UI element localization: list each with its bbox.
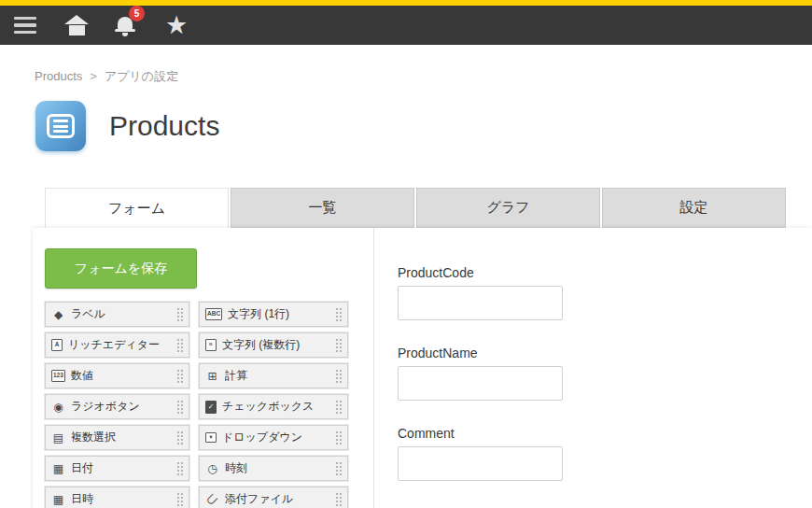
palette-item[interactable]: ✓ チェックボックス	[199, 394, 348, 419]
palette-item-label: 文字列 (1行)	[228, 306, 335, 322]
tab[interactable]: 一覧	[231, 188, 414, 228]
palette-item-label: ラベル	[71, 306, 176, 322]
preview-field-label: Comment	[398, 426, 812, 441]
drag-handle-icon[interactable]	[176, 400, 184, 415]
tab-label: グラフ	[486, 199, 529, 217]
drag-handle-icon[interactable]	[176, 461, 184, 476]
drag-handle-icon[interactable]	[335, 492, 343, 507]
preview-field-input[interactable]	[398, 286, 563, 320]
drag-handle-icon[interactable]	[176, 338, 184, 353]
single-line-text-icon: ABC	[205, 308, 222, 320]
top-nav: 5 ★	[0, 6, 812, 45]
palette-item-label: チェックボックス	[222, 399, 335, 415]
checkbox-icon: ✓	[205, 401, 217, 414]
palette-column-2: ABC 文字列 (1行) ≡ 文字列 (複数行) ⊞ 計算	[199, 302, 348, 508]
form-preview: ProductCode ProductName Comment	[373, 228, 812, 508]
calendar-icon: ▦	[51, 463, 65, 474]
preview-field[interactable]: ProductName	[398, 346, 812, 401]
tag-icon: ◆	[51, 309, 65, 320]
radio-icon: ◉	[51, 402, 65, 413]
preview-field-label: ProductCode	[398, 265, 812, 280]
breadcrumb-app-link[interactable]: Products	[35, 69, 82, 83]
palette-item-label: 日時	[71, 491, 176, 507]
tab-label: 設定	[680, 199, 708, 217]
palette-item-label: ラジオボタン	[71, 399, 176, 415]
palette-item[interactable]: A リッチエディター	[45, 332, 189, 358]
app-header: Products	[35, 100, 812, 152]
palette-item-label: ドロップダウン	[222, 430, 335, 445]
tab[interactable]: グラフ	[416, 188, 600, 228]
app-icon	[35, 101, 86, 151]
preview-field[interactable]: Comment	[398, 426, 812, 481]
tab-bar: フォーム 一覧 グラフ 設定	[45, 188, 812, 228]
drag-handle-icon[interactable]	[176, 492, 184, 507]
attachment-icon: ⋃	[203, 490, 220, 507]
calc-icon: ⊞	[205, 371, 219, 382]
home-icon[interactable]	[63, 13, 90, 37]
palette-item-label: 時刻	[225, 460, 335, 476]
palette-item-label: 添付ファイル	[225, 491, 335, 507]
drag-handle-icon[interactable]	[176, 430, 184, 445]
tab[interactable]: フォーム	[45, 188, 229, 228]
tab[interactable]: 設定	[602, 188, 786, 228]
drag-handle-icon[interactable]	[335, 461, 343, 476]
drag-handle-icon[interactable]	[176, 369, 184, 384]
preview-field-label: ProductName	[398, 346, 812, 360]
tab-label: 一覧	[309, 199, 337, 217]
palette-columns: ◆ ラベル A リッチエディター 123 数値	[45, 302, 373, 508]
palette-item-label: 数値	[71, 368, 176, 384]
preview-field[interactable]: ProductCode	[398, 265, 812, 320]
palette-item[interactable]: ▼ ドロップダウン	[199, 425, 348, 450]
multiselect-icon: ▤	[51, 432, 65, 444]
palette-item-label: 複数選択	[71, 430, 176, 445]
palette-item[interactable]: ⋃ 添付ファイル	[199, 487, 348, 508]
dropdown-icon: ▼	[205, 432, 217, 444]
drag-handle-icon[interactable]	[335, 430, 343, 445]
notifications-bell-icon[interactable]: 5	[114, 12, 138, 38]
drag-handle-icon[interactable]	[176, 307, 184, 322]
save-form-button[interactable]: フォームを保存	[45, 248, 197, 289]
richtext-icon: A	[51, 339, 63, 351]
palette-item-label: 日付	[71, 460, 176, 476]
page-title: Products	[109, 110, 219, 142]
notification-badge: 5	[129, 6, 145, 21]
list-glyph-icon	[47, 114, 75, 138]
tab-label: フォーム	[108, 200, 165, 218]
drag-handle-icon[interactable]	[335, 307, 343, 322]
palette-column-1: ◆ ラベル A リッチエディター 123 数値	[45, 302, 189, 508]
drag-handle-icon[interactable]	[335, 369, 343, 384]
palette-item[interactable]: ⊞ 計算	[199, 363, 348, 388]
palette-item-label: 計算	[225, 368, 335, 384]
palette-item[interactable]: ▦ 日付	[45, 456, 189, 481]
palette-item[interactable]: ◉ ラジオボタン	[45, 394, 189, 419]
palette-item[interactable]: 123 数値	[45, 363, 189, 388]
preview-field-input[interactable]	[398, 366, 563, 401]
palette-item[interactable]: ▦ 日時	[45, 487, 189, 508]
multi-line-text-icon: ≡	[205, 339, 217, 351]
datetime-icon: ▦	[51, 494, 65, 505]
palette-item[interactable]: ▤ 複数選択	[45, 425, 189, 450]
palette-item[interactable]: ◆ ラベル	[45, 302, 189, 327]
preview-field-input[interactable]	[398, 446, 563, 481]
breadcrumb-current-page: アプリの設定	[105, 69, 178, 83]
number-icon: 123	[51, 370, 65, 382]
form-editor-panel: フォームを保存 ◆ ラベル A リッチエディター	[33, 228, 812, 508]
hamburger-menu-icon[interactable]	[11, 11, 39, 39]
palette-item[interactable]: ABC 文字列 (1行)	[199, 302, 348, 327]
breadcrumb: Products>アプリの設定	[35, 68, 812, 85]
favorites-star-icon[interactable]: ★	[162, 11, 190, 39]
field-palette: フォームを保存 ◆ ラベル A リッチエディター	[33, 228, 373, 508]
time-icon: ◷	[205, 463, 219, 474]
breadcrumb-separator: >	[90, 69, 97, 83]
drag-handle-icon[interactable]	[335, 400, 343, 415]
palette-item[interactable]: ≡ 文字列 (複数行)	[199, 332, 348, 358]
palette-item-label: 文字列 (複数行)	[222, 337, 335, 353]
drag-handle-icon[interactable]	[335, 338, 343, 353]
palette-item-label: リッチエディター	[68, 337, 176, 353]
palette-item[interactable]: ◷ 時刻	[199, 456, 348, 481]
